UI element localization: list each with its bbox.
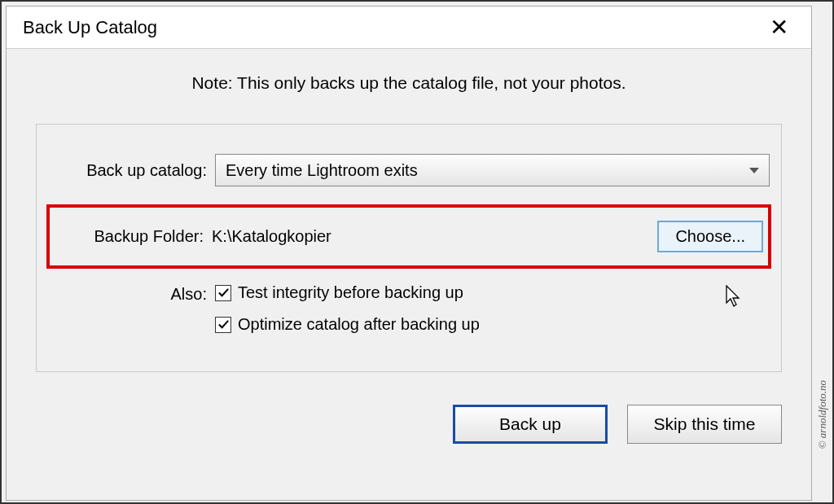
choose-folder-button[interactable]: Choose... xyxy=(657,221,763,252)
checkbox-checked-icon xyxy=(215,317,231,333)
backup-folder-row-highlighted: Backup Folder: K:\Katalogkopier Choose..… xyxy=(46,204,771,269)
titlebar: Back Up Catalog ✕ xyxy=(7,7,811,49)
backup-frequency-value: Every time Lightroom exits xyxy=(226,161,418,180)
outer-frame: Back Up Catalog ✕ Note: This only backs … xyxy=(0,0,834,504)
backup-folder-label: Backup Folder: xyxy=(55,227,212,246)
optimize-catalog-label: Optimize catalog after backing up xyxy=(238,315,480,334)
note-text: Note: This only backs up the catalog fil… xyxy=(36,73,782,93)
backup-folder-path: K:\Katalogkopier xyxy=(212,227,657,246)
backup-button[interactable]: Back up xyxy=(453,405,608,444)
dialog-button-row: Back up Skip this time xyxy=(36,405,782,444)
watermark-text: © arnoldfoto.no xyxy=(816,380,829,449)
backup-catalog-dialog: Back Up Catalog ✕ Note: This only backs … xyxy=(6,6,812,501)
test-integrity-label: Test integrity before backing up xyxy=(238,283,463,302)
dialog-body: Note: This only backs up the catalog fil… xyxy=(7,49,811,500)
also-label: Also: xyxy=(48,283,215,347)
backup-catalog-row: Back up catalog: Every time Lightroom ex… xyxy=(48,154,770,186)
dialog-title: Back Up Catalog xyxy=(23,17,157,38)
checkbox-checked-icon xyxy=(215,285,231,301)
skip-button[interactable]: Skip this time xyxy=(627,405,782,444)
chevron-down-icon xyxy=(749,168,759,173)
backup-catalog-label: Back up catalog: xyxy=(48,161,215,180)
optimize-catalog-option[interactable]: Optimize catalog after backing up xyxy=(215,315,770,334)
backup-settings-group: Back up catalog: Every time Lightroom ex… xyxy=(36,124,782,372)
close-button[interactable]: ✕ xyxy=(763,13,795,42)
test-integrity-option[interactable]: Test integrity before backing up xyxy=(215,283,770,302)
backup-frequency-dropdown[interactable]: Every time Lightroom exits xyxy=(215,154,770,186)
